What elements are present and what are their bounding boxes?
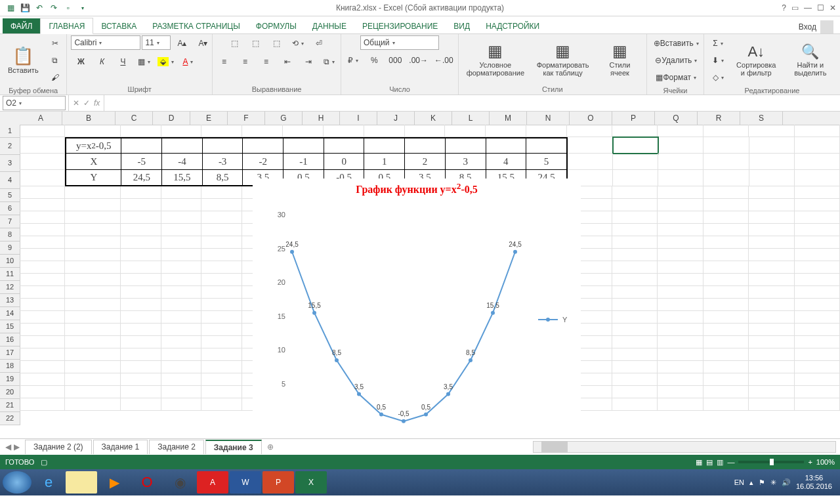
underline-button[interactable]: Ч	[113, 54, 133, 70]
row-header-3[interactable]: 3	[0, 155, 20, 172]
format-cells-button[interactable]: ▦ Формат	[651, 70, 702, 85]
cell-D10[interactable]	[161, 249, 202, 261]
cell-R20[interactable]	[749, 373, 794, 386]
sheet-tab[interactable]: Задание 3	[205, 440, 262, 454]
view-normal-icon[interactable]: ▦	[696, 458, 702, 467]
cell-S13[interactable]	[795, 286, 840, 299]
cell-S17[interactable]	[795, 336, 840, 348]
cell-S16[interactable]	[795, 324, 840, 336]
cell-D4[interactable]: 15,5	[162, 170, 203, 186]
cell-P20[interactable]	[658, 373, 703, 386]
cell-B2[interactable]: y=x2-0,5	[65, 137, 121, 154]
cell-G3[interactable]: -1	[284, 154, 324, 170]
cell-D13[interactable]	[161, 286, 202, 299]
cell-C9[interactable]	[121, 236, 161, 249]
cell-C6[interactable]	[121, 199, 161, 211]
cell-M3[interactable]: 5	[526, 154, 568, 170]
cell-C4[interactable]: 24,5	[121, 170, 162, 186]
cell-R12[interactable]	[749, 274, 794, 286]
cell-O13[interactable]	[612, 286, 658, 299]
cell-S3[interactable]	[795, 154, 840, 170]
cell-Q2[interactable]	[704, 137, 749, 154]
cell-K3[interactable]: 3	[446, 154, 486, 170]
conditional-formatting-button[interactable]: ▦Условное форматирование	[463, 41, 528, 79]
format-painter-icon[interactable]: 🖌	[45, 70, 65, 85]
tab-insert[interactable]: ВСТАВКА	[93, 18, 144, 33]
cell-C19[interactable]	[121, 361, 161, 373]
cell-J3[interactable]: 2	[405, 154, 446, 170]
row-header-6[interactable]: 6	[0, 202, 20, 215]
cell-B20[interactable]	[65, 373, 120, 386]
taskbar-media-icon[interactable]: ▶	[98, 471, 130, 494]
cell-A10[interactable]	[20, 249, 65, 261]
delete-cells-button[interactable]: ⊖ Удалить	[651, 52, 702, 68]
cell-B22[interactable]	[65, 398, 120, 411]
help-icon[interactable]: ?	[782, 3, 786, 12]
cell-O16[interactable]	[612, 324, 658, 336]
wrap-text-icon[interactable]: ⏎	[309, 35, 329, 51]
formula-input[interactable]	[104, 96, 840, 110]
italic-button[interactable]: К	[92, 54, 112, 70]
row-header-2[interactable]: 2	[0, 138, 20, 155]
cell-I2[interactable]	[364, 137, 405, 154]
row-header-10[interactable]: 10	[0, 255, 20, 268]
increase-font-icon[interactable]: A▴	[172, 35, 192, 51]
taskbar-ie-icon[interactable]: e	[33, 471, 64, 494]
cell-O18[interactable]	[612, 348, 658, 361]
cell-C1[interactable]	[121, 125, 161, 137]
cell-S20[interactable]	[795, 373, 840, 386]
cell-R2[interactable]	[749, 137, 795, 154]
cell-B5[interactable]	[65, 186, 120, 199]
cell-P10[interactable]	[658, 249, 703, 261]
cell-E14[interactable]	[201, 299, 242, 311]
cell-P11[interactable]	[658, 261, 703, 274]
cell-C11[interactable]	[121, 261, 161, 274]
row-header-13[interactable]: 13	[0, 294, 20, 307]
cell-D14[interactable]	[161, 299, 202, 311]
cell-P6[interactable]	[658, 199, 703, 211]
zoom-level[interactable]: 100%	[816, 458, 835, 466]
taskbar-opera-icon[interactable]: O	[131, 471, 163, 494]
cell-Q5[interactable]	[704, 186, 749, 199]
cell-E16[interactable]	[201, 324, 242, 336]
cell-E2[interactable]	[203, 137, 243, 154]
cell-D18[interactable]	[161, 348, 202, 361]
cell-A2[interactable]	[20, 137, 65, 154]
taskbar-powerpoint-icon[interactable]: P	[262, 471, 294, 494]
cell-Q18[interactable]	[704, 348, 749, 361]
cell-E8[interactable]	[201, 224, 242, 236]
cell-D8[interactable]	[161, 224, 202, 236]
col-header-J[interactable]: J	[377, 112, 415, 125]
cell-D9[interactable]	[161, 236, 202, 249]
bold-button[interactable]: Ж	[71, 54, 91, 70]
cell-C14[interactable]	[121, 299, 161, 311]
cell-E20[interactable]	[201, 373, 242, 386]
fx-icon[interactable]: fx	[94, 98, 100, 108]
cell-D3[interactable]: -4	[162, 154, 203, 170]
format-as-table-button[interactable]: ▦Форматировать как таблицу	[531, 41, 595, 79]
percent-icon[interactable]: %	[364, 52, 384, 68]
cell-B13[interactable]	[65, 286, 120, 299]
cell-D6[interactable]	[161, 199, 202, 211]
cell-R6[interactable]	[749, 199, 794, 211]
row-header-8[interactable]: 8	[0, 228, 20, 242]
cell-R16[interactable]	[749, 324, 794, 336]
cell-C13[interactable]	[121, 286, 161, 299]
cell-O2[interactable]	[613, 137, 658, 154]
cell-E6[interactable]	[201, 199, 242, 211]
cell-E1[interactable]	[201, 125, 242, 137]
cell-P15[interactable]	[658, 311, 703, 324]
align-center-icon[interactable]: ≡	[236, 54, 255, 70]
cell-B16[interactable]	[65, 324, 120, 336]
tab-file[interactable]: ФАЙЛ	[3, 18, 40, 33]
row-header-21[interactable]: 21	[0, 399, 20, 412]
col-header-I[interactable]: I	[340, 112, 377, 125]
cell-S2[interactable]	[795, 137, 840, 154]
cell-A15[interactable]	[20, 311, 65, 324]
clear-icon[interactable]: ◇	[708, 70, 728, 85]
chart[interactable]: График функции y=x2-0,5 5101520253024,51…	[253, 178, 581, 438]
col-header-L[interactable]: L	[452, 112, 490, 125]
cell-A6[interactable]	[20, 199, 65, 211]
cell-C16[interactable]	[121, 324, 161, 336]
cell-P9[interactable]	[658, 236, 703, 249]
